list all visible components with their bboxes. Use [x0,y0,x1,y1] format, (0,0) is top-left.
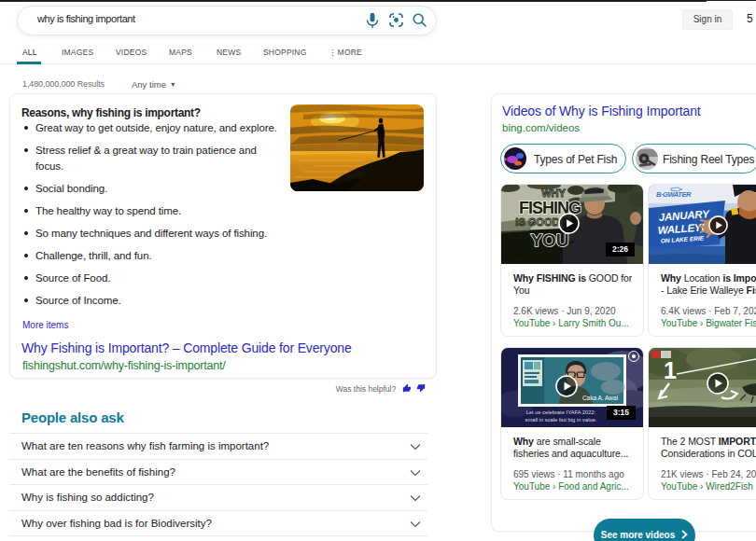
svg-text:1: 1 [664,357,677,383]
svg-text:small in scale but big in valu: small in scale but big in value. [525,417,596,423]
svg-text:WHY: WHY [541,187,566,199]
svg-text:Let us celebrate IYAFA 2022:: Let us celebrate IYAFA 2022: [526,409,596,415]
svg-text:Caka A. Awal: Caka A. Awal [582,395,619,401]
svg-text:B·GWATER: B·GWATER [656,190,692,199]
